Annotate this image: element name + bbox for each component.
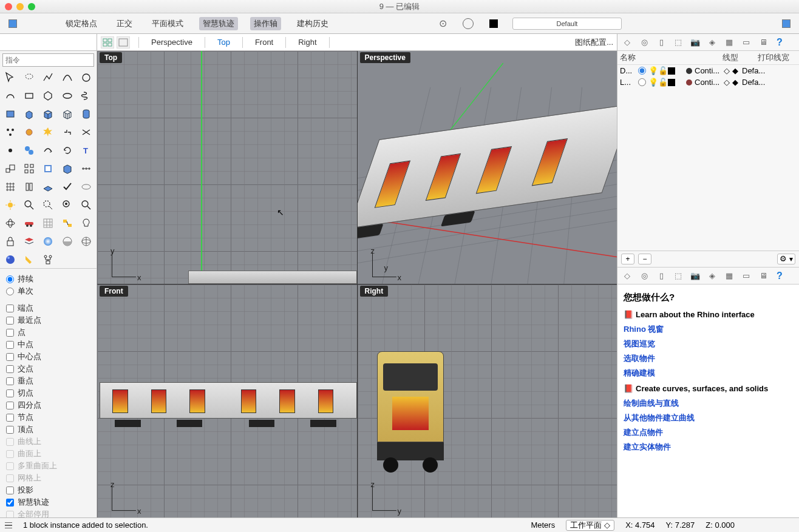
color-tool[interactable] [39, 233, 56, 250]
cplane-tool[interactable] [39, 178, 56, 195]
help-link[interactable]: 选取物件 [624, 353, 793, 364]
grid-tab2-icon[interactable]: ▦ [723, 270, 735, 282]
record-icon[interactable] [461, 17, 475, 30]
layer-color-icon[interactable] [487, 17, 500, 30]
help-link[interactable]: 从其他物件建立曲线 [624, 412, 793, 423]
rotate-view-tool[interactable] [2, 215, 19, 232]
dimension-tool[interactable] [21, 178, 38, 195]
copy-tool[interactable] [21, 142, 38, 159]
check-tool[interactable] [59, 178, 76, 195]
grid-icon-tool[interactable] [39, 215, 56, 232]
offset-tool[interactable] [39, 160, 56, 177]
tab-right[interactable]: Right [294, 38, 320, 47]
sidebar-right-toggle-icon[interactable] [780, 17, 793, 30]
osnap-project[interactable]: 投影 [6, 485, 90, 496]
grid-snap-toggle[interactable]: 锁定格点 [62, 17, 101, 30]
rotate-tool[interactable] [59, 142, 76, 159]
layer-options-button[interactable]: ⚙ ▾ [777, 254, 795, 264]
help-tab-icon[interactable]: ? [774, 37, 785, 48]
lasso-tool[interactable] [21, 69, 38, 86]
doc-tab-icon[interactable]: ▯ [655, 36, 667, 49]
menu-icon[interactable] [5, 522, 12, 528]
osnap-persist-radio[interactable]: 持续 [6, 274, 90, 285]
osnap-end[interactable]: 端点 [6, 303, 90, 314]
zoom-extents-tool[interactable] [21, 197, 38, 214]
osnap-disable-all[interactable]: 全部停用 [6, 509, 90, 517]
render-tool[interactable] [2, 251, 19, 268]
help-link[interactable]: 建立点物件 [624, 427, 793, 438]
polygon-tool[interactable] [39, 87, 56, 104]
layer-row[interactable]: L... 💡🔓 Conti...◇ ◆ Defa... [617, 76, 799, 88]
window-tab-icon[interactable]: ▭ [740, 36, 752, 49]
polyline-tool[interactable] [39, 69, 56, 86]
single-view-icon[interactable] [117, 36, 130, 49]
array-tool[interactable] [21, 160, 38, 177]
help-link[interactable]: 绘制曲线与直线 [624, 398, 793, 409]
cam-tab2-icon[interactable]: 📷 [689, 270, 701, 282]
osnap-smarttrack[interactable]: 智慧轨迹 [6, 497, 90, 508]
help-link[interactable]: 视图巡览 [624, 338, 793, 349]
osnap-once-radio[interactable]: 单次 [6, 286, 90, 297]
zoom-selected-tool[interactable] [59, 197, 76, 214]
sidebar-left-toggle-icon[interactable] [6, 17, 19, 30]
viewport-top[interactable]: Top xy ↖ [97, 51, 357, 284]
osnap-near[interactable]: 最近点 [6, 315, 90, 326]
move-tool[interactable] [39, 142, 56, 159]
zoom-window-tool[interactable] [39, 197, 56, 214]
current-layer-select[interactable]: Default [512, 18, 622, 30]
camera-tab-icon[interactable]: 📷 [689, 36, 701, 49]
pointer-tool[interactable] [2, 69, 19, 86]
layers-tool[interactable] [21, 233, 38, 250]
osnap-mid[interactable]: 中点 [6, 339, 90, 350]
analyze-tool[interactable] [78, 178, 95, 195]
lock-tool[interactable] [2, 233, 19, 250]
measure-tool[interactable] [78, 160, 95, 177]
osnap-cen[interactable]: 中心点 [6, 351, 90, 362]
layers-tab2-icon[interactable]: ◇ [621, 270, 633, 282]
box-tab2-icon[interactable]: ⬚ [672, 270, 684, 282]
osnap-int[interactable]: 交点 [6, 363, 90, 374]
scale-tool[interactable] [2, 160, 19, 177]
box-tool[interactable] [39, 106, 56, 123]
light-tool[interactable] [78, 215, 95, 232]
grid-tab-icon[interactable]: ▦ [723, 36, 735, 49]
layout-config[interactable]: 图纸配置... [571, 37, 617, 48]
cylinder-tool[interactable] [78, 106, 95, 123]
planar-toggle[interactable]: 平面模式 [148, 17, 187, 30]
add-layer-button[interactable]: + [621, 254, 634, 264]
ellipse-tool[interactable] [59, 87, 76, 104]
layers-tab-icon[interactable]: ◇ [621, 36, 633, 49]
osnap-onpolysurf[interactable]: 多重曲面上 [6, 460, 90, 471]
osnap-point[interactable]: 点 [6, 327, 90, 338]
point-tool[interactable] [2, 142, 19, 159]
tab-top[interactable]: Top [214, 38, 234, 47]
properties-tab-icon[interactable]: ◎ [638, 36, 650, 49]
target-icon[interactable]: ⊙ [436, 17, 449, 30]
helix-tool[interactable] [78, 87, 95, 104]
mesh-tool[interactable] [59, 106, 76, 123]
tab-front[interactable]: Front [251, 38, 277, 47]
osnap-oncurve[interactable]: 曲线上 [6, 436, 90, 447]
points-on-tool[interactable] [2, 124, 19, 141]
display-tab-icon[interactable]: 🖥 [757, 36, 769, 49]
osnap-vertex[interactable]: 顶点 [6, 424, 90, 435]
viewport-perspective[interactable]: Perspective xzy [358, 51, 617, 284]
minimize-window-icon[interactable] [16, 3, 24, 10]
osnap-onsurface[interactable]: 曲面上 [6, 448, 90, 459]
surface-tool[interactable] [2, 106, 19, 123]
rectangle-tool[interactable] [21, 87, 38, 104]
close-window-icon[interactable] [5, 3, 12, 10]
tab-perspective[interactable]: Perspective [148, 38, 196, 47]
viewport-right[interactable]: Right yz [358, 285, 617, 517]
smarttrack-toggle[interactable]: 智慧轨迹 [199, 17, 238, 30]
trim-tool[interactable] [78, 124, 95, 141]
join-tool[interactable] [59, 124, 76, 141]
arc-tool[interactable] [2, 87, 19, 104]
help-tab2-icon[interactable]: ? [774, 271, 785, 281]
flow-tool[interactable] [59, 215, 76, 232]
car-tool[interactable] [21, 215, 38, 232]
gem-tab2-icon[interactable]: ◈ [706, 270, 718, 282]
disp-tab2-icon[interactable]: 🖥 [757, 270, 769, 282]
gear-tool[interactable] [21, 124, 38, 141]
boolean-tool[interactable] [59, 160, 76, 177]
